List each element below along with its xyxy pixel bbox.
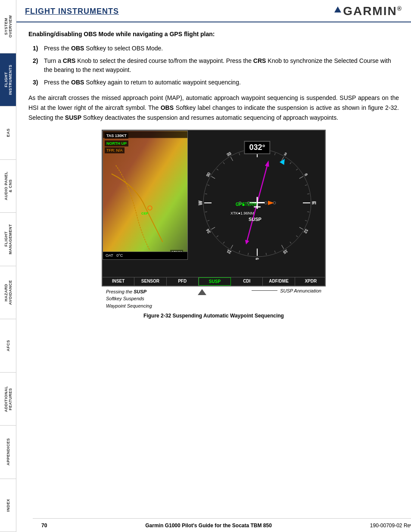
page-title: FLIGHT INSTRUMENTS [25, 7, 119, 16]
page-header: FLIGHT INSTRUMENTS GARMIN® [16, 0, 411, 22]
annotation-line [252, 290, 277, 291]
annotation-center [198, 288, 206, 295]
sidebar-item-flight-instruments[interactable]: FLIGHTINSTRUMENTS [0, 53, 16, 107]
compass-svg: N 3 6 E [197, 139, 318, 260]
svg-text:CEP: CEP [141, 211, 148, 215]
sidebar-item-flight-management[interactable]: FLIGHTMANAGEMENT [0, 213, 16, 266]
map-section: CEP TAS 130KT NORTH UP TFR: N/A 15NM OAT… [103, 131, 188, 260]
softkey-cdi[interactable]: CDI [231, 277, 263, 286]
garmin-logo-text: GARMIN® [343, 4, 402, 18]
sidebar-label-hazard-avoidance: HAZARDAVOIDANCE [4, 280, 12, 305]
step-3: 3) Press the OBS Softkey again to return… [33, 78, 399, 87]
softkey-susp[interactable]: SUSP [199, 277, 231, 286]
softkey-sensor[interactable]: SENSOR [134, 277, 166, 286]
svg-text:6: 6 [304, 173, 308, 177]
figure-annotations: Pressing the SUSPSoftkey SuspendsWaypoin… [102, 288, 326, 310]
sidebar-item-additional-features[interactable]: ADDITIONALFEATURES [0, 373, 16, 426]
main-content: FLIGHT INSTRUMENTS GARMIN® Enabling/disa… [16, 0, 411, 532]
svg-text:W: W [198, 200, 203, 205]
step-1-num: 1) [33, 44, 40, 53]
softkey-bar: INSET SENSOR PFD SUSP CDI ADF/DME XPDR [103, 277, 326, 286]
sidebar-item-index[interactable]: INDEX [0, 479, 16, 532]
annotation-right: SUSP Annunciation [252, 288, 321, 293]
compass-section: 032° N [188, 131, 326, 268]
sidebar-label-audio-panel: AUDIO PANEL& CNS [4, 171, 12, 200]
softkey-pfd[interactable]: PFD [167, 277, 199, 286]
sidebar-item-hazard-avoidance[interactable]: HAZARDAVOIDANCE [0, 266, 16, 320]
step-1: 1) Press the OBS Softkey to select OBS M… [33, 44, 399, 53]
svg-text:XTK●1.96NM: XTK●1.96NM [230, 211, 254, 215]
oat-bar: OAT 0°C [103, 252, 188, 259]
section-heading: Enabling/disabling OBS Mode while naviga… [28, 30, 399, 39]
compass-ring: 032° N [197, 139, 318, 260]
figure-container: CEP TAS 130KT NORTH UP TFR: N/A 15NM OAT… [28, 130, 399, 324]
steps-list: 1) Press the OBS Softkey to select OBS M… [33, 44, 399, 87]
body-paragraph: As the aircraft crosses the missed appro… [28, 93, 399, 123]
softkey-adf-dme[interactable]: ADF/DME [263, 277, 295, 286]
heading-display: 032° [244, 141, 270, 154]
sidebar-label-eas: EAS [6, 128, 10, 137]
step-2-num: 2) [33, 56, 40, 75]
step-3-num: 3) [33, 78, 40, 87]
sidebar-label-flight-management: FLIGHTMANAGEMENT [4, 224, 12, 255]
garmin-logo: GARMIN® [334, 4, 402, 18]
arrow-up-icon [198, 289, 206, 295]
figure-caption: Figure 2-32 Suspending Automatic Waypoin… [143, 313, 284, 319]
instrument-display: CEP TAS 130KT NORTH UP TFR: N/A 15NM OAT… [102, 130, 326, 286]
page-content: Enabling/disabling OBS Mode while naviga… [16, 22, 411, 335]
page-footer: 70 Garmin G1000 Pilot's Guide for the So… [33, 518, 411, 532]
svg-text:●TERM: ●TERM [242, 202, 257, 207]
susp-annunciation-label: SUSP Annunciation [280, 288, 321, 293]
page-number: 70 [41, 523, 47, 529]
sidebar-label-afcs: AFCS [6, 340, 10, 352]
sidebar-label-index: INDEX [6, 499, 10, 512]
sidebar-label-flight-instruments: FLIGHTINSTRUMENTS [4, 65, 12, 95]
hsi-area: CEP TAS 130KT NORTH UP TFR: N/A 15NM OAT… [103, 131, 326, 277]
sidebar: SYSTEMOVERVIEW FLIGHTINSTRUMENTS EAS AUD… [0, 0, 16, 532]
footer-title: Garmin G1000 Pilot's Guide for the Socat… [145, 523, 272, 529]
sidebar-item-eas[interactable]: EAS [0, 106, 16, 160]
svg-text:E: E [311, 201, 317, 204]
step-2-text: Turn a CRS Knob to select the desired co… [44, 56, 399, 75]
annotation-left: Pressing the SUSPSoftkey SuspendsWaypoin… [106, 288, 152, 310]
step-3-text: Press the OBS Softkey again to return to… [44, 78, 241, 87]
sidebar-item-appendices[interactable]: APPENDICES [0, 426, 16, 479]
garmin-triangle-icon [334, 6, 341, 12]
footer-revision: 190-00709-02 Rev. B [370, 523, 411, 529]
sidebar-label-appendices: APPENDICES [6, 438, 10, 466]
step-1-text: Press the OBS Softkey to select OBS Mode… [44, 44, 163, 53]
map-northup-label: NORTH UP [105, 140, 128, 146]
sidebar-item-afcs[interactable]: AFCS [0, 319, 16, 373]
svg-text:S: S [255, 257, 258, 260]
sidebar-item-system-overview[interactable]: SYSTEMOVERVIEW [0, 0, 16, 53]
sidebar-label-additional-features: ADDITIONALFEATURES [4, 386, 12, 412]
softkey-inset[interactable]: INSET [103, 277, 134, 286]
map-tfr-label: TFR: N/A [105, 147, 125, 153]
svg-text:3: 3 [283, 152, 287, 156]
svg-text:SUSP: SUSP [249, 217, 262, 222]
sidebar-item-audio-panel[interactable]: AUDIO PANEL& CNS [0, 160, 16, 213]
step-2: 2) Turn a CRS Knob to select the desired… [33, 56, 399, 75]
sidebar-label-system-overview: SYSTEMOVERVIEW [4, 15, 12, 37]
softkey-xpdr[interactable]: XPDR [295, 277, 326, 286]
map-tas-label: TAS 130KT [105, 133, 128, 139]
